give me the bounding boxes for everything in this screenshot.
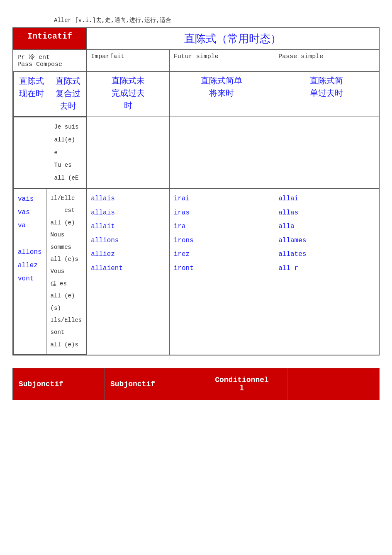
passe-simple-chinese-header: 直陈式简单过去时 [274,72,379,117]
imparfait-french-header: Imparfait [87,50,170,72]
conditionnel-cell: Conditionnell [196,368,288,400]
passe-simple-top-cell [274,117,379,189]
page-title: Aller [v.i.]去,走,通向,进行,运行,适合 [54,17,380,24]
present-data-cell: vaisvasvaallonsallezvont [14,189,46,354]
subjonctif1-cell: Subjonctif [13,368,105,400]
present-french-header: Pr 冷 ent Pass Compose [13,50,87,72]
imparfait-data-cell: allaisallaisallaitallionsalliezallaient [87,188,170,355]
futur-simple-chinese-header: 直陈式简单将来时 [169,72,274,117]
passe-simple-french-header: Passe simple [274,50,379,72]
bottom-row: Subjonctif Subjonctif Conditionnell [13,368,380,400]
bottom-table: Subjonctif Subjonctif Conditionnell [12,368,380,400]
futur-french-header: Futur simple [169,50,274,72]
header-row: Inticatif 直陈式（常用时态） [13,28,379,50]
main-data-row: vaisvasvaallonsallezvont Il/Elle est all… [13,188,379,355]
present-top-cell [14,117,50,188]
present-chinese-header: 直陈式现在时 [14,72,50,117]
indicatif-title: 直陈式（常用时态） [87,28,379,50]
bottom-section: Subjonctif Subjonctif Conditionnell [12,368,380,400]
main-conjugation-table: Inticatif 直陈式（常用时态） Pr 冷 ent Pass Compos… [12,27,380,355]
imparfait-chinese-header: 直陈式未完成过去时 [87,72,170,117]
futur-top-cell [169,117,274,189]
passe-simple-data-cell: allaiallasallaallamesallatesall r [274,188,379,355]
imparfait-top-cell [87,117,170,189]
futur-data-cell: iraiirasiraironsireziront [169,188,274,355]
indicatif-label: Inticatif [13,28,87,50]
chinese-headers-row: 直陈式现在时 直陈式复合过去时 直陈式未完成过去时 直陈式简单将来时 直陈式简单… [13,72,379,117]
subjonctif2-cell: Subjonctif [105,368,196,400]
bottom-empty-cell [288,368,380,400]
passe-compose-chinese-header: 直陈式复合过去时 [50,72,86,117]
passe-compose-top-cell: Je suis all(e) e Tu es all (eE [50,117,86,188]
top-data-row: Je suis all(e) e Tu es all (eE [13,117,379,189]
french-headers-row: Pr 冷 ent Pass Compose Imparfait Futur si… [13,50,379,72]
passe-compose-data-cell: Il/Elle est all (e) Nous sommes all (e)s… [46,189,86,354]
